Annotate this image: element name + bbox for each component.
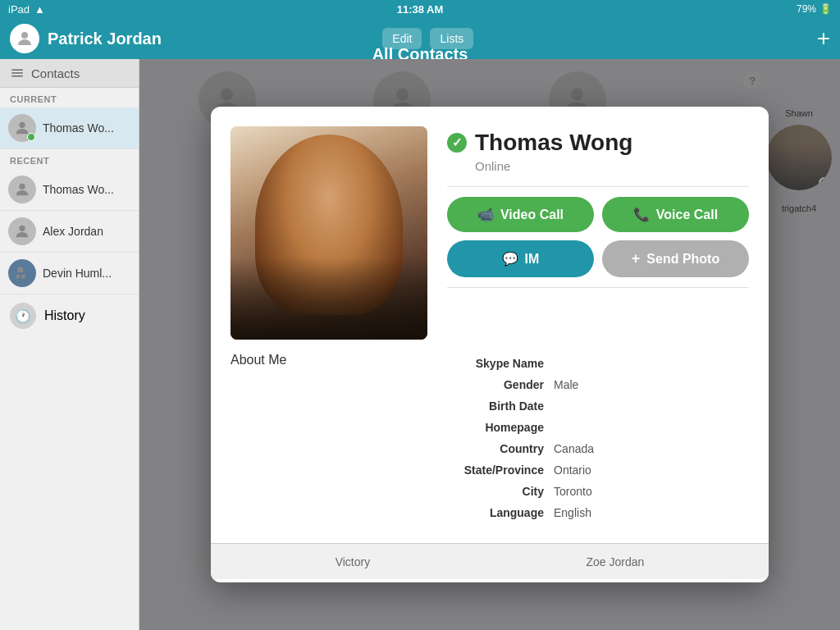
recent-section-label: RECENT <box>0 149 139 169</box>
devin-avatar <box>8 259 36 287</box>
modal-overlay: ✓ Thomas Wong Online 📹 Video Call 📞 <box>139 59 840 630</box>
sidebar-item-label: Thomas Wo... <box>43 121 114 135</box>
sidebar-header: Contacts <box>0 59 139 88</box>
profile-details: Skype Name Gender Male Birth Date Ho <box>447 353 749 523</box>
detail-row-skype: Skype Name <box>447 353 749 374</box>
status-bar-left: iPad ▲ <box>8 3 45 16</box>
thomas-recent-avatar <box>8 176 36 203</box>
detail-row-city: City Toronto <box>447 481 749 502</box>
device-label: iPad <box>8 3 30 16</box>
detail-row-gender: Gender Male <box>447 374 749 395</box>
content-area: ? Shawn trigatch4 <box>139 59 840 630</box>
nav-bar: Patrick Jordan Edit Lists All Contacts + <box>0 18 840 59</box>
svg-point-4 <box>19 122 25 128</box>
alex-avatar <box>8 217 36 245</box>
status-dot-online <box>27 133 35 141</box>
country-label: Country <box>447 442 554 455</box>
contact-status: Online <box>475 159 749 173</box>
language-value: English <box>554 506 591 519</box>
modal-info: ✓ Thomas Wong Online 📹 Video Call 📞 <box>447 126 749 340</box>
contacts-label: Contacts <box>31 66 80 80</box>
sidebar-item-thomas-current[interactable]: Thomas Wo... <box>0 107 139 149</box>
gender-label: Gender <box>447 378 554 391</box>
voice-call-button[interactable]: 📞 Voice Call <box>602 197 749 232</box>
main-layout: Contacts CURRENT Thomas Wo... RECENT Tho… <box>0 59 840 630</box>
detail-row-state: State/Province Ontario <box>447 459 749 481</box>
send-photo-icon: + <box>632 250 641 267</box>
action-buttons: 📹 Video Call 📞 Voice Call 💬 IM <box>447 197 749 277</box>
send-photo-button[interactable]: + Send Photo <box>602 240 749 277</box>
profile-photo <box>231 126 427 340</box>
svg-rect-7 <box>18 267 23 272</box>
homepage-label: Homepage <box>447 421 554 434</box>
sidebar-item-label: Devin Huml... <box>43 267 112 280</box>
birthdate-label: Birth Date <box>447 399 554 413</box>
divider-2 <box>447 287 749 288</box>
video-call-button[interactable]: 📹 Video Call <box>447 197 594 232</box>
skype-name-label: Skype Name <box>447 357 554 370</box>
nav-contact-name: Patrick Jordan <box>48 30 374 48</box>
current-section-label: CURRENT <box>0 88 139 107</box>
bottom-contact-zoe: Zoe Jordan <box>587 555 645 568</box>
sidebar-item-history[interactable]: 🕐 History <box>0 294 139 337</box>
phone-icon: 📞 <box>633 207 650 222</box>
sidebar-item-alex[interactable]: Alex Jordan <box>0 211 139 253</box>
state-value: Ontario <box>554 463 591 477</box>
modal-top: ✓ Thomas Wong Online 📹 Video Call 📞 <box>211 107 769 340</box>
svg-rect-8 <box>16 275 21 279</box>
im-button[interactable]: 💬 IM <box>447 240 594 277</box>
divider-1 <box>447 186 749 187</box>
svg-point-5 <box>19 184 25 189</box>
wifi-icon: ▲ <box>34 3 45 16</box>
battery-icon: 🔋 <box>819 3 832 15</box>
battery-label: 79% <box>797 3 816 15</box>
svg-rect-2 <box>11 72 23 74</box>
language-label: Language <box>447 506 554 519</box>
chat-icon: 💬 <box>502 251 518 267</box>
detail-row-language: Language English <box>447 502 749 523</box>
status-bar-right: 79% 🔋 <box>797 3 832 15</box>
svg-rect-9 <box>21 275 25 279</box>
video-icon: 📹 <box>477 207 494 222</box>
sidebar-item-label: Alex Jordan <box>43 225 103 238</box>
svg-point-0 <box>21 32 28 39</box>
history-icon: 🕐 <box>10 303 36 329</box>
bottom-contact-victory: Victory <box>336 555 371 568</box>
gender-value: Male <box>554 378 578 391</box>
sidebar-item-thomas-recent[interactable]: Thomas Wo... <box>0 169 139 211</box>
about-me-section: About Me <box>231 353 427 523</box>
detail-row-birthdate: Birth Date <box>447 395 749 417</box>
online-status-badge: ✓ <box>447 133 467 153</box>
contact-name: Thomas Wong <box>475 130 632 156</box>
modal-bottom-bar: Victory Zoe Jordan <box>211 543 769 579</box>
status-bar: iPad ▲ 11:38 AM 79% 🔋 <box>0 0 840 18</box>
contact-modal: ✓ Thomas Wong Online 📹 Video Call 📞 <box>211 107 769 582</box>
add-contact-button[interactable]: + <box>817 27 830 50</box>
sidebar: Contacts CURRENT Thomas Wo... RECENT Tho… <box>0 59 139 630</box>
city-label: City <box>447 485 554 498</box>
history-label: History <box>44 308 85 323</box>
sidebar-item-devin[interactable]: Devin Huml... <box>0 253 139 294</box>
svg-rect-1 <box>11 70 23 71</box>
contact-name-row: ✓ Thomas Wong <box>447 130 749 156</box>
modal-body: About Me Skype Name Gender Male Birth Da… <box>211 340 769 543</box>
country-value: Canada <box>554 442 594 455</box>
detail-row-country: Country Canada <box>447 438 749 459</box>
svg-rect-3 <box>11 75 23 77</box>
detail-row-homepage: Homepage <box>447 417 749 438</box>
city-value: Toronto <box>554 485 592 498</box>
about-me-title: About Me <box>231 353 286 367</box>
status-bar-time: 11:38 AM <box>397 3 444 16</box>
nav-avatar <box>10 24 39 53</box>
avatar-wrap-thomas <box>8 114 36 142</box>
state-label: State/Province <box>447 463 554 477</box>
svg-point-6 <box>19 226 25 231</box>
sidebar-item-label: Thomas Wo... <box>43 183 114 196</box>
